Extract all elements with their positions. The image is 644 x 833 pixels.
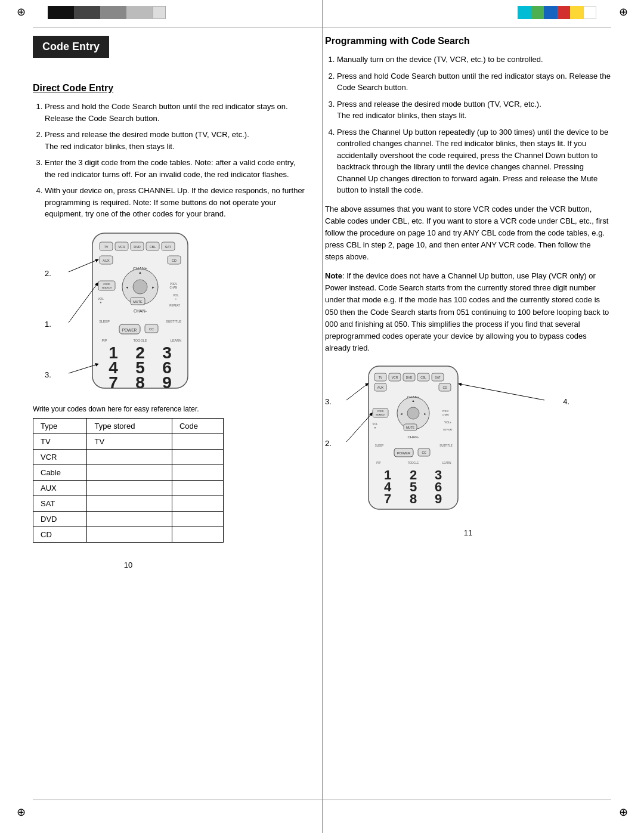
reg-mark-bl: ⊕ bbox=[12, 803, 30, 821]
remote-label-2: 2. bbox=[45, 269, 51, 278]
table-row: DVD bbox=[33, 511, 224, 527]
svg-text:SUBTITLE: SUBTITLE bbox=[166, 320, 182, 323]
color-white2 bbox=[583, 6, 596, 19]
reg-mark-tl: ⊕ bbox=[12, 3, 30, 21]
svg-text:REPEAT: REPEAT bbox=[443, 428, 453, 431]
svg-text:7: 7 bbox=[109, 373, 118, 392]
svg-text:LEARN: LEARN bbox=[442, 462, 451, 465]
right-page-number: 11 bbox=[325, 528, 611, 537]
table-row: Cable bbox=[33, 465, 224, 480]
svg-text:SAT: SAT bbox=[165, 245, 172, 249]
remote-svg-left: TV VCR DVD CBL SAT AUX CD CHA bbox=[57, 227, 242, 397]
svg-text:CHAN-: CHAN- bbox=[408, 435, 419, 439]
left-color-bar bbox=[48, 6, 166, 18]
code-dvd bbox=[172, 511, 223, 527]
svg-point-73 bbox=[407, 407, 419, 419]
color-white bbox=[153, 6, 166, 19]
svg-text:VOL+: VOL+ bbox=[444, 421, 451, 424]
svg-text:DVD: DVD bbox=[406, 376, 413, 379]
code-cable bbox=[172, 465, 223, 480]
svg-text:SEARCH: SEARCH bbox=[376, 414, 385, 416]
table-row: TV TV bbox=[33, 433, 224, 449]
svg-text:CD: CD bbox=[442, 386, 447, 389]
color-yellow bbox=[570, 6, 583, 19]
svg-text:CC: CC bbox=[149, 327, 154, 331]
svg-text:CODE: CODE bbox=[103, 283, 110, 286]
remote-diagram-right: 3. 2. 4. TV VCR bbox=[325, 361, 575, 516]
color-dgray bbox=[74, 6, 87, 19]
svg-text:CBL: CBL bbox=[150, 245, 156, 249]
svg-text:8: 8 bbox=[135, 373, 145, 392]
svg-point-17 bbox=[133, 280, 147, 294]
svg-text:+: + bbox=[175, 297, 177, 301]
svg-text:LEARN: LEARN bbox=[171, 339, 181, 342]
svg-text:POWER: POWER bbox=[122, 328, 137, 332]
col-code: Code bbox=[172, 418, 223, 433]
type-vcr: VCR bbox=[33, 449, 87, 465]
type-tv: TV bbox=[33, 433, 87, 449]
svg-text:TOGGLE: TOGGLE bbox=[408, 462, 419, 465]
stored-vcr bbox=[87, 449, 172, 465]
svg-text:TOGGLE: TOGGLE bbox=[134, 339, 147, 342]
right-section-title: Programming with Code Search bbox=[325, 36, 611, 47]
left-step-2: Press and release the desired mode butto… bbox=[45, 129, 307, 152]
right-step-1: Manually turn on the device (TV, VCR, et… bbox=[337, 54, 611, 66]
left-section-title: Direct Code Entry bbox=[33, 83, 307, 94]
remote-label-1: 1. bbox=[45, 320, 51, 329]
table-row: AUX bbox=[33, 480, 224, 496]
stored-cable bbox=[87, 465, 172, 480]
table-row: VCR bbox=[33, 449, 224, 465]
stored-tv: TV bbox=[87, 433, 172, 449]
left-column: Code Entry Direct Code Entry Press and h… bbox=[33, 36, 307, 569]
code-vcr bbox=[172, 449, 223, 465]
right-step-3: Press and release the desired mode butto… bbox=[337, 98, 611, 122]
svg-text:MUTE: MUTE bbox=[133, 300, 143, 304]
color-green bbox=[531, 6, 544, 19]
svg-line-110 bbox=[460, 384, 544, 400]
type-aux: AUX bbox=[33, 480, 87, 496]
color-dgray2 bbox=[87, 6, 100, 19]
svg-text:▲: ▲ bbox=[138, 271, 142, 274]
color-red bbox=[557, 6, 570, 19]
svg-text:◄: ◄ bbox=[125, 286, 129, 289]
svg-text:CC: CC bbox=[422, 451, 426, 454]
color-lgray2 bbox=[140, 6, 153, 19]
svg-text:DVD: DVD bbox=[134, 245, 141, 249]
svg-text:7: 7 bbox=[384, 491, 391, 506]
color-black2 bbox=[61, 6, 74, 19]
color-black bbox=[48, 6, 61, 19]
type-dvd: DVD bbox=[33, 511, 87, 527]
left-steps-list: Press and hold the Code Search button un… bbox=[33, 101, 307, 220]
right-step-2: Press and hold Code Search button until … bbox=[337, 70, 611, 94]
top-line bbox=[33, 27, 611, 27]
svg-text:▼: ▼ bbox=[100, 301, 103, 304]
left-step-2-note: The red indicator blinks, then stays lit… bbox=[45, 142, 175, 151]
svg-text:CBL: CBL bbox=[420, 376, 426, 379]
stored-dvd bbox=[87, 511, 172, 527]
table-header-row: Type Type stored Code bbox=[33, 418, 224, 433]
svg-text:REPEAT: REPEAT bbox=[169, 304, 180, 307]
code-table: Type Type stored Code TV TV VCR bbox=[33, 418, 224, 543]
remote-right-label-3: 3. bbox=[325, 397, 332, 406]
col-type-stored: Type stored bbox=[87, 418, 172, 433]
svg-text:CODE: CODE bbox=[377, 410, 384, 413]
code-aux bbox=[172, 480, 223, 496]
svg-text:SLEEP: SLEEP bbox=[99, 320, 110, 323]
col-type: Type bbox=[33, 418, 87, 433]
color-cyan bbox=[518, 6, 531, 19]
svg-text:►: ► bbox=[151, 286, 155, 289]
svg-text:CHAN-: CHAN- bbox=[134, 309, 147, 313]
right-color-bar bbox=[518, 6, 596, 18]
left-step-4: With your device on, press CHANNEL Up. I… bbox=[45, 185, 307, 220]
type-sat: SAT bbox=[33, 496, 87, 511]
svg-text:TV: TV bbox=[379, 376, 383, 379]
color-mgray bbox=[100, 6, 113, 19]
code-cd bbox=[172, 527, 223, 542]
svg-text:PREV: PREV bbox=[442, 410, 449, 413]
left-step-1: Press and hold the Code Search button un… bbox=[45, 101, 307, 124]
svg-line-108 bbox=[346, 384, 367, 400]
right-step-4: Press the Channel Up button repeatedly (… bbox=[337, 126, 611, 196]
table-row: SAT bbox=[33, 496, 224, 511]
svg-text:SLEEP: SLEEP bbox=[375, 444, 384, 447]
table-body: TV TV VCR Cable AUX bbox=[33, 433, 224, 542]
